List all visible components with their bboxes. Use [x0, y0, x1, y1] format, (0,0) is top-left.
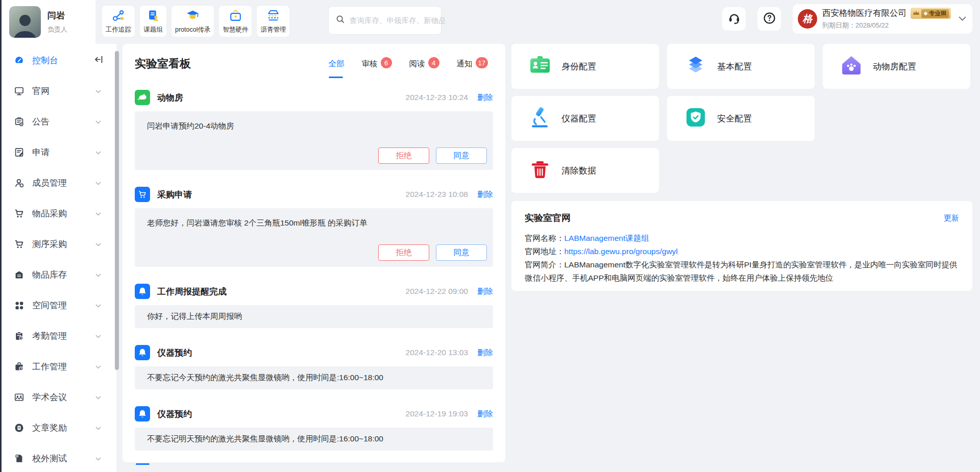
config-basic[interactable]: 基本配置: [667, 44, 815, 89]
chevron-down-icon: [95, 301, 101, 310]
sidebar-item-space[interactable]: 空间管理: [0, 290, 116, 320]
sidebar-item-work[interactable]: 工作管理: [0, 351, 116, 382]
approve-button[interactable]: 同意: [436, 147, 487, 164]
doc-gear-icon: [14, 453, 24, 464]
delete-link[interactable]: 删除: [477, 286, 493, 297]
notification-body: 闫岩申请预约20-4动物房 拒绝 同意: [135, 111, 493, 170]
expire-date: 到期日期：2028/05/22: [822, 21, 953, 30]
delete-link[interactable]: 删除: [477, 92, 493, 103]
delete-link[interactable]: 删除: [477, 347, 493, 358]
delete-link[interactable]: 删除: [477, 409, 493, 419]
config-identity[interactable]: 身份配置: [511, 44, 659, 89]
smart-hardware-icon: [229, 9, 242, 24]
reject-button[interactable]: 拒绝: [378, 147, 429, 164]
animal-room-icon: [135, 90, 150, 105]
notification-time: 2024-12-23 10:08: [406, 190, 468, 199]
sidebar-item-item-purchase[interactable]: 物品采购: [0, 198, 116, 229]
user-profile[interactable]: 闫岩 负责人: [0, 0, 95, 44]
bell-icon: [135, 345, 150, 360]
cart-icon: [14, 239, 24, 250]
bell-icon: [135, 406, 150, 421]
notification-title: 动物房: [157, 92, 183, 104]
chevron-down-icon: [95, 454, 101, 463]
organization-switcher[interactable]: 格 西安格物医疗有限公司 专业Ⅲ 到期日期：2028/05/22: [793, 4, 972, 34]
id-card-icon: [529, 54, 551, 79]
chevron-down-icon: [95, 209, 101, 218]
sidebar-item-announcement[interactable]: 公告: [0, 106, 116, 137]
read-count-badge: 4: [428, 57, 439, 68]
app-label: 沥青管理: [260, 26, 286, 34]
window-edge: [0, 0, 2, 472]
cart-icon: [14, 208, 24, 219]
tab-all[interactable]: 全部: [329, 59, 345, 69]
notification-title: 仪器预约: [157, 408, 192, 420]
person-photo-silhouette: [9, 9, 41, 38]
chevron-down-icon: [95, 270, 101, 279]
notification-body: 不要忘记明天预约的激光共聚焦显微镜哟，使用时间是:16:00~18:00: [135, 428, 493, 451]
support-button[interactable]: [722, 7, 746, 31]
app-protocol[interactable]: protocol传承: [171, 5, 214, 37]
topbar-right: 格 西安格物医疗有限公司 专业Ⅲ 到期日期：2028/05/22: [722, 4, 972, 34]
app-label: protocol传承: [175, 26, 210, 34]
toolbar-apps: 工作追踪 课题组 protocol传承 智慧硬件 沥青管理: [102, 5, 290, 37]
notification-time: 2024-12-22 09:00: [406, 287, 468, 296]
app-smart-hardware[interactable]: 智慧硬件: [218, 5, 252, 37]
app-asphalt[interactable]: 沥青管理: [256, 5, 290, 37]
lab-website-card: 实验室官网 更新 官网名称：LABManagement课题组 官网地址：http…: [511, 201, 972, 291]
app-screen: 闫岩 负责人 工作追踪 课题组 protocol传承 智慧硬件 沥青管理: [0, 0, 980, 472]
plan-level: 专业Ⅲ: [929, 10, 946, 17]
chevron-down-icon: [95, 178, 101, 187]
reject-button[interactable]: 拒绝: [378, 244, 429, 261]
graduation-cap-icon: [186, 9, 200, 24]
config-security[interactable]: 安全配置: [667, 96, 815, 141]
help-button[interactable]: [757, 7, 781, 31]
sidebar-item-seq-purchase[interactable]: 测序采购: [0, 229, 116, 259]
shield-check-icon: [684, 106, 707, 131]
people-frame-icon: [14, 392, 24, 403]
page-title: 实验室看板: [135, 56, 191, 71]
config-animal-room[interactable]: 动物房配置: [823, 44, 970, 89]
config-instrument[interactable]: 仪器配置: [511, 96, 659, 141]
app-topic-group[interactable]: 课题组: [139, 5, 167, 37]
delete-link[interactable]: 删除: [477, 189, 493, 200]
sidebar-item-conference[interactable]: 学术会议: [0, 382, 116, 412]
layers-icon: [684, 54, 707, 79]
sidebar-item-external-test[interactable]: 校外测试: [0, 443, 116, 472]
tab-notice[interactable]: 通知17: [457, 58, 488, 69]
asphalt-road-icon: [266, 9, 280, 24]
sidebar-item-website[interactable]: 官网: [0, 76, 116, 106]
notification-title: 仪器预约: [157, 347, 192, 359]
update-link[interactable]: 更新: [944, 213, 959, 223]
website-url-link[interactable]: https://lab.gewu.pro/groups/gwyl: [565, 247, 678, 256]
sidebar-collapse-button[interactable]: [94, 55, 104, 65]
tab-review[interactable]: 审核6: [362, 58, 392, 69]
tab-read[interactable]: 阅读4: [409, 58, 439, 69]
notification-title: 工作周报提醒完成: [157, 286, 227, 297]
app-work-track[interactable]: 工作追踪: [102, 5, 135, 37]
sidebar-item-article-reward[interactable]: 文章奖励: [0, 412, 116, 443]
sidebar-item-dashboard[interactable]: 控制台: [0, 45, 116, 76]
approve-button[interactable]: 同意: [436, 244, 487, 261]
chevron-down-icon: [95, 147, 101, 157]
notification-card: 仪器预约 2024-12-19 19:03 删除 不要忘记明天预约的激光共聚焦显…: [135, 406, 493, 451]
chevron-down-icon: [959, 14, 966, 23]
website-name-link[interactable]: LABManagement课题组: [565, 234, 649, 242]
search-icon: [336, 15, 345, 26]
box-icon: [14, 269, 24, 280]
sidebar-scrollbar[interactable]: [115, 51, 119, 370]
notification-time: 2024-12-20 13:03: [406, 348, 468, 357]
sidebar-item-attendance[interactable]: 考勤管理: [0, 320, 116, 351]
app-label: 工作追踪: [106, 26, 131, 34]
search-input[interactable]: [350, 16, 445, 24]
config-clear-data[interactable]: 清除数据: [511, 148, 659, 193]
board-tabs: 全部 审核6 阅读4 通知17: [329, 56, 493, 69]
website-url-row: 官网地址：https://lab.gewu.pro/groups/gwyl: [525, 245, 959, 258]
config-grid: 身份配置 基本配置 动物房配置 仪器配置 安全配置 清除数据: [511, 44, 970, 193]
sidebar-item-apply[interactable]: 申请: [0, 137, 116, 167]
notification-card: 工作周报提醒完成 2024-12-22 09:00 删除 你好，记得上传本周周报…: [135, 284, 493, 328]
sidebar-item-inventory[interactable]: 物品库存: [0, 259, 116, 290]
notification-body: 老师您好，闫岩邀请您审核 2个三角瓶150ml锥形瓶 的采购订单 拒绝 同意: [135, 208, 493, 267]
plan-badge: 专业Ⅲ: [911, 8, 951, 19]
microscope-icon: [529, 106, 551, 131]
sidebar-item-members[interactable]: 成员管理: [0, 167, 116, 198]
